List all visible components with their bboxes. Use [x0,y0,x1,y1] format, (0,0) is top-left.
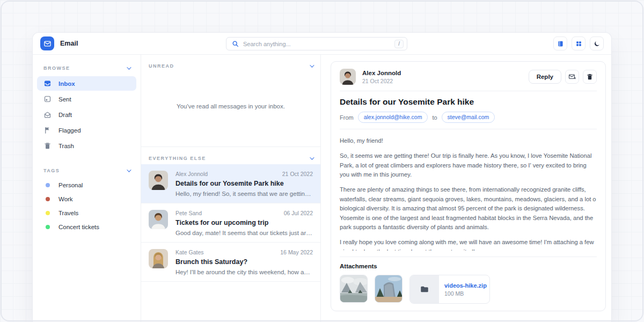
avatar [149,249,168,268]
tag-color-dot [46,183,50,187]
chevron-down-icon [310,63,314,67]
tag-item-work[interactable]: Work [37,193,136,206]
email-subject: Details for our Yosemite Park hike [175,180,313,187]
draft-icon [43,111,52,119]
avatar [149,210,168,229]
sidebar-item-label: Sent [58,96,71,103]
folder-icon [420,284,429,294]
attachment-photo-valley[interactable] [340,275,368,303]
email-sender: Alex Jonnold [175,171,208,177]
detail-sender-block: Alex Jonnold 21 Oct 2022 [362,70,401,84]
search-input[interactable] [243,41,390,47]
tag-color-dot [46,211,50,215]
unread-label: UNREAD [149,63,174,69]
email-meta: Kate Gates 16 May 2022 Brunch this Satur… [175,249,313,275]
browse-label: BROWSE [43,65,70,71]
email-snippet: Good day, mate! It seems that our ticket… [175,230,313,236]
email-sender: Pete Sand [175,210,202,216]
tag-item-concert-tickets[interactable]: Concert tickets [37,221,136,233]
chevron-down-icon [127,167,131,172]
desktop-background: Email / [0,0,644,322]
attachment-photo-half-dome[interactable] [375,275,402,303]
apps-grid-button[interactable] [572,36,586,50]
email-date: 16 May 2022 [280,249,313,255]
tag-label: Concert tickets [58,224,99,230]
sidebar-item-label: Trash [58,143,74,149]
sidebar-item-trash[interactable]: Trash [37,138,136,153]
app-title: Email [60,40,78,47]
detail-sender-name: Alex Jonnold [362,70,401,76]
unread-empty-message: You've read all messages in your inbox. [141,72,320,147]
sidebar-item-sent[interactable]: Sent [37,92,136,106]
email-date: 06 Jul 2022 [284,210,313,216]
delete-mail-button[interactable] [583,70,597,84]
unread-section: UNREAD You've read all messages in your … [141,55,320,147]
trash-icon [43,142,52,150]
envelope-plus-icon [568,73,576,80]
unread-section-header[interactable]: UNREAD [141,55,320,72]
body-paragraph: I really hope you love coming along with… [340,238,597,251]
email-list-item[interactable]: Kate Gates 16 May 2022 Brunch this Satur… [141,243,320,282]
detail-subject: Details for our Yosemite Park hike [340,97,597,107]
attachments-row: videos-hike.zip 100 MB [340,275,597,304]
forward-mail-button[interactable] [565,70,579,84]
to-email-pill[interactable]: steve@mail.com [442,112,495,123]
tag-item-personal[interactable]: Personal [37,179,136,192]
everything-else-section-header[interactable]: EVERYTHING ELSE [141,147,320,164]
sidebar-item-draft[interactable]: Draft [37,107,136,122]
reply-button[interactable]: Reply [529,70,561,84]
notebook-icon [557,40,564,47]
email-subject: Tickets for our upcoming trip [175,219,313,226]
email-list-column: UNREAD You've read all messages in your … [141,55,321,322]
sent-icon [43,95,52,103]
divider [340,91,597,91]
top-actions [553,36,604,50]
divider [340,257,597,257]
search-icon [232,40,239,47]
sidebar-item-flagged[interactable]: Flagged [37,123,136,137]
sidebar-item-label: Draft [58,112,72,118]
avatar [340,69,356,85]
email-list-item[interactable]: Pete Sand 06 Jul 2022 Tickets for our up… [141,203,320,243]
email-body: Hello, my friend! So, it seems we are ge… [340,135,597,251]
attachment-file-card[interactable]: videos-hike.zip 100 MB [409,275,490,304]
file-name: videos-hike.zip [444,282,484,289]
sidebar-item-label: Inbox [58,80,75,87]
from-email-pill[interactable]: alex.jonnold@hike.com [358,112,428,123]
email-snippet: Hey! I'll be around the city this weeken… [175,269,313,275]
everything-else-label: EVERYTHING ELSE [149,156,206,161]
tag-label: Work [58,196,73,202]
body-paragraph: Hello, my friend! [340,136,597,145]
detail-actions: Reply [529,70,597,84]
email-snippet: Hello, my friend! So, it seems that we a… [175,191,313,197]
sidebar-item-inbox[interactable]: Inbox [37,76,136,91]
browse-section-header[interactable]: BROWSE [37,61,136,75]
chevron-down-icon [127,65,131,69]
tag-label: Travels [58,210,78,216]
file-meta: videos-hike.zip 100 MB [439,275,489,303]
main-columns: BROWSE Inbox Sent [33,55,611,322]
tag-color-dot [46,225,50,229]
top-bar: Email / [33,33,611,55]
dark-mode-button[interactable] [590,36,604,50]
trash-icon [586,73,594,80]
sidebar-item-label: Flagged [58,127,81,134]
tag-color-dot [46,197,50,201]
email-sender: Kate Gates [175,249,204,255]
email-logo-icon [40,36,54,50]
flag-icon [43,126,52,134]
email-detail-column: Alex Jonnold 21 Oct 2022 Reply [321,55,611,322]
attachments-label: Attachments [340,263,597,269]
body-paragraph: There are plenty of amazing things to se… [340,185,597,232]
chevron-down-icon [310,155,314,159]
tag-item-travels[interactable]: Travels [37,207,136,219]
search-bar[interactable]: / [226,37,407,50]
tags-section-header[interactable]: TAGS [37,164,136,178]
email-app-window: Email / [32,32,612,322]
detail-date: 21 Oct 2022 [362,78,401,84]
sidebar: BROWSE Inbox Sent [33,55,141,322]
divider [340,129,597,129]
email-list-item[interactable]: Alex Jonnold 21 Oct 2022 Details for our… [141,164,320,203]
tags-label: TAGS [43,168,60,173]
notebook-button[interactable] [553,36,567,50]
